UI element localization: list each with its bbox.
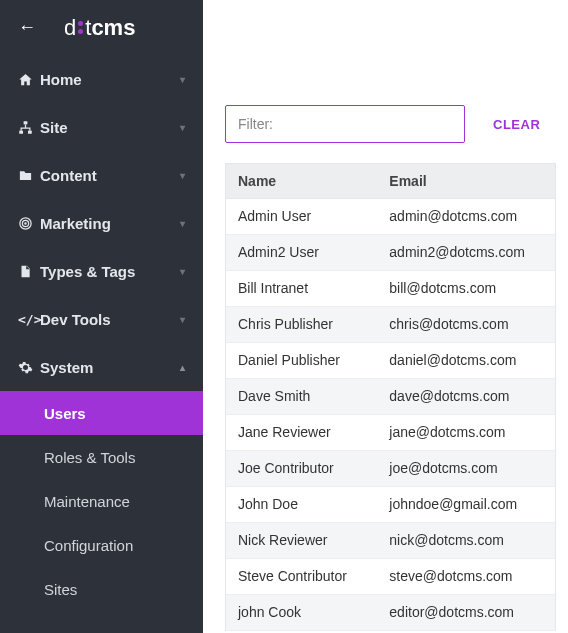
- cell-name: John Doe: [226, 486, 377, 522]
- nav-label: Home: [40, 71, 180, 88]
- cell-email: nick@dotcms.com: [377, 522, 555, 558]
- logo-part1: d: [64, 15, 76, 41]
- cell-name: Bill Intranet: [226, 270, 377, 306]
- nav-item-home[interactable]: Home▾: [0, 55, 203, 103]
- table-row[interactable]: Admin Useradmin@dotcms.com: [226, 198, 555, 234]
- filter-input[interactable]: [225, 105, 465, 143]
- nav-label: System: [40, 359, 180, 376]
- chevron-down-icon: ▾: [180, 170, 185, 181]
- table-row[interactable]: john Cookeditor@dotcms.com: [226, 594, 555, 630]
- logo: dtcms: [64, 15, 135, 41]
- nav-item-content[interactable]: Content▾: [0, 151, 203, 199]
- gear-icon: [18, 360, 40, 375]
- cell-name: Joe Contributor: [226, 450, 377, 486]
- table-row[interactable]: Daniel Publisherdaniel@dotcms.com: [226, 342, 555, 378]
- table-row[interactable]: Chris Publisherchris@dotcms.com: [226, 306, 555, 342]
- nav-label: Dev Tools: [40, 311, 180, 328]
- logo-part3: cms: [91, 15, 135, 41]
- nav-item-site[interactable]: Site▾: [0, 103, 203, 151]
- sidebar-nav: Home▾Site▾Content▾Marketing▾Types & Tags…: [0, 55, 203, 633]
- folder-icon: [18, 168, 40, 183]
- code-icon: </>: [18, 312, 40, 327]
- nav-label: Site: [40, 119, 180, 136]
- chevron-down-icon: ▾: [180, 218, 185, 229]
- sidebar-header: ← dtcms: [0, 0, 203, 55]
- chevron-down-icon: ▾: [180, 314, 185, 325]
- nav-item-dev[interactable]: </>Dev Tools▾: [0, 295, 203, 343]
- nav-item-system[interactable]: System▴: [0, 343, 203, 391]
- chevron-down-icon: ▾: [180, 74, 185, 85]
- svg-rect-0: [24, 121, 28, 124]
- chevron-up-icon: ▴: [180, 362, 185, 373]
- sub-item-sites[interactable]: Sites: [0, 567, 203, 611]
- nav-label: Types & Tags: [40, 263, 180, 280]
- cell-name: Nick Reviewer: [226, 522, 377, 558]
- main-content: CLEAR Name Email Admin Useradmin@dotcms.…: [203, 0, 568, 633]
- users-table-wrap: Name Email Admin Useradmin@dotcms.comAdm…: [225, 163, 556, 631]
- back-arrow-icon[interactable]: ←: [18, 17, 36, 38]
- table-row[interactable]: Dave Smithdave@dotcms.com: [226, 378, 555, 414]
- table-row[interactable]: Jane Reviewerjane@dotcms.com: [226, 414, 555, 450]
- home-icon: [18, 72, 40, 87]
- cell-name: Admin2 User: [226, 234, 377, 270]
- cell-email: bill@dotcms.com: [377, 270, 555, 306]
- chevron-down-icon: ▾: [180, 266, 185, 277]
- cell-email: admin2@dotcms.com: [377, 234, 555, 270]
- logo-colon: [76, 21, 85, 34]
- cell-email: chris@dotcms.com: [377, 306, 555, 342]
- table-row[interactable]: Nick Reviewernick@dotcms.com: [226, 522, 555, 558]
- chevron-down-icon: ▾: [180, 122, 185, 133]
- cell-name: Daniel Publisher: [226, 342, 377, 378]
- sub-items-system: UsersRoles & ToolsMaintenanceConfigurati…: [0, 391, 203, 611]
- table-row[interactable]: Admin2 Useradmin2@dotcms.com: [226, 234, 555, 270]
- clear-button[interactable]: CLEAR: [485, 117, 548, 132]
- svg-rect-2: [28, 130, 32, 133]
- cell-email: steve@dotcms.com: [377, 558, 555, 594]
- cell-name: Dave Smith: [226, 378, 377, 414]
- cell-email: dave@dotcms.com: [377, 378, 555, 414]
- svg-rect-1: [19, 130, 23, 133]
- cell-name: Chris Publisher: [226, 306, 377, 342]
- cell-name: john Cook: [226, 594, 377, 630]
- file-icon: [18, 264, 40, 279]
- users-panel: CLEAR Name Email Admin Useradmin@dotcms.…: [225, 105, 556, 633]
- cell-email: jane@dotcms.com: [377, 414, 555, 450]
- table-header-row: Name Email: [226, 164, 555, 198]
- cell-name: Jane Reviewer: [226, 414, 377, 450]
- cell-email: johndoe@gmail.com: [377, 486, 555, 522]
- table-row[interactable]: Joe Contributorjoe@dotcms.com: [226, 450, 555, 486]
- target-icon: [18, 216, 40, 231]
- users-table: Name Email Admin Useradmin@dotcms.comAdm…: [226, 164, 555, 631]
- cell-email: daniel@dotcms.com: [377, 342, 555, 378]
- table-row[interactable]: Bill Intranetbill@dotcms.com: [226, 270, 555, 306]
- filter-row: CLEAR: [225, 105, 556, 143]
- svg-point-5: [25, 222, 26, 223]
- table-row[interactable]: John Doejohndoe@gmail.com: [226, 486, 555, 522]
- nav-label: Content: [40, 167, 180, 184]
- sub-item-maintenance[interactable]: Maintenance: [0, 479, 203, 523]
- table-row[interactable]: Steve Contributorsteve@dotcms.com: [226, 558, 555, 594]
- sub-item-configuration[interactable]: Configuration: [0, 523, 203, 567]
- column-header-email[interactable]: Email: [377, 164, 555, 198]
- sub-item-roles[interactable]: Roles & Tools: [0, 435, 203, 479]
- sidebar: ← dtcms Home▾Site▾Content▾Marketing▾Type…: [0, 0, 203, 633]
- nav-item-types[interactable]: Types & Tags▾: [0, 247, 203, 295]
- cell-email: joe@dotcms.com: [377, 450, 555, 486]
- cell-email: admin@dotcms.com: [377, 198, 555, 234]
- cell-email: editor@dotcms.com: [377, 594, 555, 630]
- sub-item-users[interactable]: Users: [0, 391, 203, 435]
- nav-item-marketing[interactable]: Marketing▾: [0, 199, 203, 247]
- sitemap-icon: [18, 120, 40, 135]
- cell-name: Steve Contributor: [226, 558, 377, 594]
- nav-label: Marketing: [40, 215, 180, 232]
- cell-name: Admin User: [226, 198, 377, 234]
- column-header-name[interactable]: Name: [226, 164, 377, 198]
